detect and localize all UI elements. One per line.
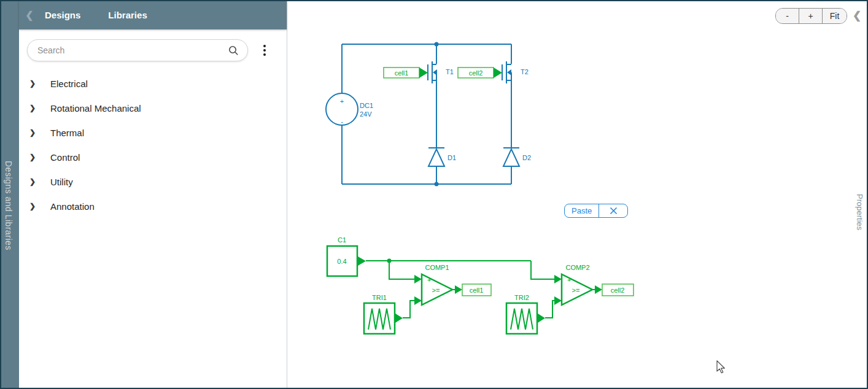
output-arrow <box>455 285 462 294</box>
zoom-controls: - + Fit <box>775 8 847 24</box>
comparator-comp2[interactable]: + - >= COMP2 <box>554 264 602 305</box>
search-box[interactable] <box>27 39 248 61</box>
component-name: T1 <box>446 68 454 75</box>
schematic-canvas[interactable]: + - DC1 24V T1 cell1 <box>287 0 868 389</box>
mosfet-t2[interactable]: T2 <box>502 61 529 83</box>
circuit-drawing: + - DC1 24V T1 cell1 <box>287 0 868 389</box>
tree-item-label: Utility <box>50 177 73 187</box>
app-window: Designs and Libraries ❮ Designs Librarie… <box>0 0 868 389</box>
chevron-right-icon[interactable]: ❯ <box>29 104 38 112</box>
chevron-right-icon[interactable]: ❯ <box>29 79 38 88</box>
dc-voltage-source[interactable]: + - DC1 24V <box>326 93 373 125</box>
tab-designs[interactable]: Designs <box>45 10 80 20</box>
rail-title: Designs and Libraries <box>4 161 14 250</box>
triangle-generator-tri2[interactable]: TRI2 <box>506 294 545 334</box>
arrow-icon <box>494 67 502 78</box>
component-value: 0.4 <box>337 258 346 265</box>
input-arrow <box>554 296 562 305</box>
operator-label: >= <box>572 287 580 294</box>
properties-rail[interactable]: Properties <box>855 194 864 230</box>
output-arrow <box>595 285 602 294</box>
component-name: T2 <box>521 68 529 75</box>
sidebar-item-rotational-mechanical[interactable]: ❯ Rotational Mechanical <box>19 96 287 120</box>
signal-tag-cell1-output[interactable]: cell1 <box>462 284 491 296</box>
zoom-in-button[interactable]: + <box>799 9 823 23</box>
paste-button[interactable]: Paste <box>565 204 599 217</box>
zoom-fit-button[interactable]: Fit <box>823 9 847 23</box>
wire[interactable] <box>403 301 414 318</box>
minus-sign: - <box>341 118 343 125</box>
sidebar-item-annotation[interactable]: ❯ Annotation <box>19 194 287 218</box>
sidebar-item-control[interactable]: ❯ Control <box>19 145 287 169</box>
mosfet-t1[interactable]: T1 <box>428 61 454 83</box>
junction-dot <box>435 42 439 47</box>
component-name: D2 <box>522 154 531 161</box>
tag-label: cell2 <box>469 69 483 77</box>
input-arrow <box>414 296 422 305</box>
collapse-properties-icon[interactable]: ❮ <box>853 9 861 22</box>
sidebar-item-utility[interactable]: ❯ Utility <box>19 169 287 194</box>
signal-tag-cell2-output[interactable]: cell2 <box>602 284 634 296</box>
designs-libraries-rail[interactable]: Designs and Libraries <box>0 0 19 389</box>
constant-block-c1[interactable]: C1 0.4 <box>327 236 366 276</box>
output-port <box>538 314 545 323</box>
plus-sign: + <box>340 98 344 105</box>
tag-label: cell2 <box>611 287 625 294</box>
chevron-right-icon[interactable]: ❯ <box>29 202 38 210</box>
operator-label: >= <box>432 287 440 294</box>
component-name: C1 <box>338 236 346 244</box>
comparator-comp1[interactable]: + - >= COMP1 <box>414 264 462 305</box>
component-name: TRI1 <box>372 294 387 301</box>
tag-label: cell1 <box>470 287 484 294</box>
tree-item-label: Electrical <box>50 79 88 89</box>
input-arrow <box>554 275 562 283</box>
output-port <box>358 256 366 266</box>
wire[interactable] <box>366 261 554 279</box>
signal-tag-cell1-input[interactable]: cell1 <box>384 67 428 78</box>
search-input[interactable] <box>37 45 228 55</box>
diode-d2[interactable]: D2 <box>503 148 531 166</box>
component-value: 24V <box>360 110 372 118</box>
minus-input-label: - <box>427 297 430 304</box>
component-name: COMP2 <box>565 264 589 271</box>
component-name: D1 <box>448 154 456 161</box>
sidebar-item-electrical[interactable]: ❯ Electrical <box>19 71 287 96</box>
arrow-icon <box>419 67 428 78</box>
component-name: TRI2 <box>514 294 529 301</box>
output-port <box>395 314 403 323</box>
zoom-out-button[interactable]: - <box>776 9 799 23</box>
tree-item-label: Control <box>50 152 80 163</box>
minus-input-label: - <box>567 297 570 304</box>
plus-input-label: + <box>427 276 431 283</box>
collapse-sidebar-icon[interactable]: ❮ <box>23 9 36 21</box>
search-icon[interactable] <box>228 45 239 56</box>
tab-libraries[interactable]: Libraries <box>108 10 147 20</box>
component-name: DC1 <box>360 102 373 109</box>
chevron-right-icon[interactable]: ❯ <box>29 128 38 137</box>
chevron-right-icon[interactable]: ❯ <box>29 177 38 186</box>
paste-menu: Paste <box>564 204 628 218</box>
signal-tag-cell2-input[interactable]: cell2 <box>458 67 502 78</box>
sidebar-header: ❮ Designs Libraries <box>19 0 287 29</box>
tree-item-label: Thermal <box>50 128 84 138</box>
wire[interactable] <box>389 261 414 279</box>
tree-item-label: Rotational Mechanical <box>50 103 141 114</box>
plus-input-label: + <box>567 276 571 283</box>
junction-dot <box>435 182 439 187</box>
tag-label: cell1 <box>395 69 409 77</box>
diode-d1[interactable]: D1 <box>428 148 456 166</box>
more-options-icon[interactable] <box>260 43 269 58</box>
close-icon[interactable] <box>599 204 627 217</box>
input-arrow <box>414 275 422 283</box>
chevron-right-icon[interactable]: ❯ <box>29 153 38 161</box>
tree-item-label: Annotation <box>50 201 95 212</box>
sidebar-item-thermal[interactable]: ❯ Thermal <box>19 120 287 145</box>
wire[interactable] <box>545 301 554 318</box>
triangle-generator-tri1[interactable]: TRI1 <box>364 294 403 334</box>
component-name: COMP1 <box>425 264 449 271</box>
sidebar-tabs: Designs Libraries <box>45 10 147 20</box>
junction-dot <box>387 259 392 263</box>
